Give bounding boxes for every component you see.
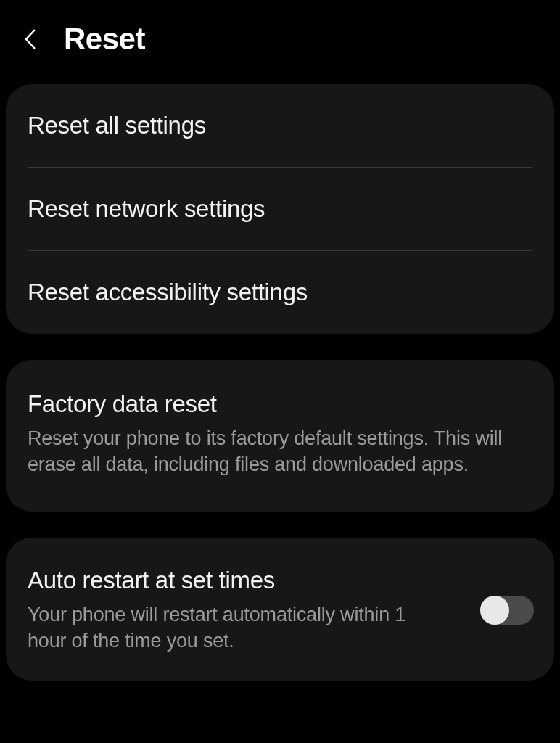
auto-restart-item[interactable]: Auto restart at set times Your phone wil… [6, 538, 554, 681]
header: Reset [0, 0, 560, 84]
list-item-label: Factory data reset [28, 390, 532, 418]
reset-options-card: Reset all settings Reset network setting… [6, 84, 554, 334]
auto-restart-card: Auto restart at set times Your phone wil… [6, 538, 554, 681]
list-item-description: Your phone will restart automatically wi… [28, 602, 449, 654]
back-icon[interactable] [20, 29, 41, 49]
list-item-label: Auto restart at set times [28, 567, 449, 594]
page-title: Reset [64, 22, 145, 57]
factory-data-reset-item[interactable]: Factory data reset Reset your phone to i… [6, 360, 554, 512]
auto-restart-toggle[interactable] [480, 596, 534, 625]
divider [464, 582, 464, 639]
factory-reset-card: Factory data reset Reset your phone to i… [6, 360, 554, 512]
list-item-label: Reset network settings [28, 195, 532, 223]
list-item-description: Reset your phone to its factory default … [28, 425, 532, 478]
reset-accessibility-settings-item[interactable]: Reset accessibility settings [6, 251, 554, 334]
list-item-label: Reset all settings [28, 112, 532, 139]
list-item-label: Reset accessibility settings [28, 279, 532, 306]
toggle-thumb [480, 596, 509, 625]
text-content: Auto restart at set times Your phone wil… [28, 567, 464, 654]
reset-all-settings-item[interactable]: Reset all settings [6, 84, 554, 167]
reset-network-settings-item[interactable]: Reset network settings [6, 168, 554, 250]
